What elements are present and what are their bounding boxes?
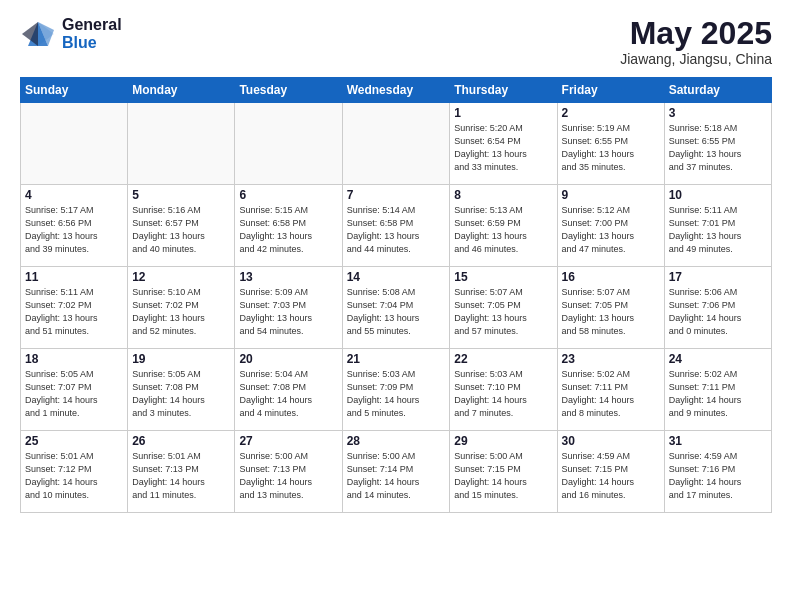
day-info: Sunrise: 5:07 AM Sunset: 7:05 PM Dayligh…: [562, 286, 660, 338]
day-number: 16: [562, 270, 660, 284]
calendar-cell: 23Sunrise: 5:02 AM Sunset: 7:11 PM Dayli…: [557, 349, 664, 431]
calendar-cell: 5Sunrise: 5:16 AM Sunset: 6:57 PM Daylig…: [128, 185, 235, 267]
calendar-cell: 22Sunrise: 5:03 AM Sunset: 7:10 PM Dayli…: [450, 349, 557, 431]
calendar-table: SundayMondayTuesdayWednesdayThursdayFrid…: [20, 77, 772, 513]
weekday-header-saturday: Saturday: [664, 78, 771, 103]
calendar-cell: 15Sunrise: 5:07 AM Sunset: 7:05 PM Dayli…: [450, 267, 557, 349]
calendar-cell: 8Sunrise: 5:13 AM Sunset: 6:59 PM Daylig…: [450, 185, 557, 267]
calendar-week-5: 25Sunrise: 5:01 AM Sunset: 7:12 PM Dayli…: [21, 431, 772, 513]
calendar-week-3: 11Sunrise: 5:11 AM Sunset: 7:02 PM Dayli…: [21, 267, 772, 349]
day-number: 25: [25, 434, 123, 448]
calendar-cell: [342, 103, 450, 185]
calendar-week-1: 1Sunrise: 5:20 AM Sunset: 6:54 PM Daylig…: [21, 103, 772, 185]
day-number: 20: [239, 352, 337, 366]
day-info: Sunrise: 5:11 AM Sunset: 7:02 PM Dayligh…: [25, 286, 123, 338]
weekday-header-sunday: Sunday: [21, 78, 128, 103]
day-info: Sunrise: 5:06 AM Sunset: 7:06 PM Dayligh…: [669, 286, 767, 338]
day-number: 14: [347, 270, 446, 284]
calendar-cell: [128, 103, 235, 185]
calendar-cell: 21Sunrise: 5:03 AM Sunset: 7:09 PM Dayli…: [342, 349, 450, 431]
day-info: Sunrise: 5:08 AM Sunset: 7:04 PM Dayligh…: [347, 286, 446, 338]
day-info: Sunrise: 5:00 AM Sunset: 7:13 PM Dayligh…: [239, 450, 337, 502]
calendar-week-4: 18Sunrise: 5:05 AM Sunset: 7:07 PM Dayli…: [21, 349, 772, 431]
day-info: Sunrise: 5:04 AM Sunset: 7:08 PM Dayligh…: [239, 368, 337, 420]
day-number: 7: [347, 188, 446, 202]
day-info: Sunrise: 5:13 AM Sunset: 6:59 PM Dayligh…: [454, 204, 552, 256]
day-number: 10: [669, 188, 767, 202]
day-number: 2: [562, 106, 660, 120]
calendar-cell: 3Sunrise: 5:18 AM Sunset: 6:55 PM Daylig…: [664, 103, 771, 185]
day-info: Sunrise: 5:02 AM Sunset: 7:11 PM Dayligh…: [562, 368, 660, 420]
day-info: Sunrise: 5:09 AM Sunset: 7:03 PM Dayligh…: [239, 286, 337, 338]
day-info: Sunrise: 5:11 AM Sunset: 7:01 PM Dayligh…: [669, 204, 767, 256]
calendar-cell: 7Sunrise: 5:14 AM Sunset: 6:58 PM Daylig…: [342, 185, 450, 267]
calendar-body: 1Sunrise: 5:20 AM Sunset: 6:54 PM Daylig…: [21, 103, 772, 513]
calendar-cell: 4Sunrise: 5:17 AM Sunset: 6:56 PM Daylig…: [21, 185, 128, 267]
weekday-header-row: SundayMondayTuesdayWednesdayThursdayFrid…: [21, 78, 772, 103]
day-info: Sunrise: 5:03 AM Sunset: 7:09 PM Dayligh…: [347, 368, 446, 420]
calendar-cell: 2Sunrise: 5:19 AM Sunset: 6:55 PM Daylig…: [557, 103, 664, 185]
day-info: Sunrise: 5:19 AM Sunset: 6:55 PM Dayligh…: [562, 122, 660, 174]
day-number: 31: [669, 434, 767, 448]
location: Jiawang, Jiangsu, China: [620, 51, 772, 67]
calendar-cell: 29Sunrise: 5:00 AM Sunset: 7:15 PM Dayli…: [450, 431, 557, 513]
day-number: 6: [239, 188, 337, 202]
calendar-cell: 26Sunrise: 5:01 AM Sunset: 7:13 PM Dayli…: [128, 431, 235, 513]
weekday-header-tuesday: Tuesday: [235, 78, 342, 103]
calendar-cell: 12Sunrise: 5:10 AM Sunset: 7:02 PM Dayli…: [128, 267, 235, 349]
day-number: 15: [454, 270, 552, 284]
day-number: 28: [347, 434, 446, 448]
logo-text: General Blue: [62, 16, 122, 51]
day-info: Sunrise: 5:01 AM Sunset: 7:12 PM Dayligh…: [25, 450, 123, 502]
day-number: 3: [669, 106, 767, 120]
weekday-header-thursday: Thursday: [450, 78, 557, 103]
day-number: 13: [239, 270, 337, 284]
day-number: 18: [25, 352, 123, 366]
calendar-cell: 9Sunrise: 5:12 AM Sunset: 7:00 PM Daylig…: [557, 185, 664, 267]
day-number: 22: [454, 352, 552, 366]
day-number: 24: [669, 352, 767, 366]
calendar-cell: 31Sunrise: 4:59 AM Sunset: 7:16 PM Dayli…: [664, 431, 771, 513]
day-info: Sunrise: 5:01 AM Sunset: 7:13 PM Dayligh…: [132, 450, 230, 502]
day-info: Sunrise: 5:10 AM Sunset: 7:02 PM Dayligh…: [132, 286, 230, 338]
header: General Blue May 2025 Jiawang, Jiangsu, …: [20, 16, 772, 67]
calendar-cell: [235, 103, 342, 185]
calendar-cell: 19Sunrise: 5:05 AM Sunset: 7:08 PM Dayli…: [128, 349, 235, 431]
logo-general: General: [62, 16, 122, 34]
calendar-cell: 17Sunrise: 5:06 AM Sunset: 7:06 PM Dayli…: [664, 267, 771, 349]
calendar-cell: 28Sunrise: 5:00 AM Sunset: 7:14 PM Dayli…: [342, 431, 450, 513]
day-info: Sunrise: 5:14 AM Sunset: 6:58 PM Dayligh…: [347, 204, 446, 256]
calendar-week-2: 4Sunrise: 5:17 AM Sunset: 6:56 PM Daylig…: [21, 185, 772, 267]
weekday-header-wednesday: Wednesday: [342, 78, 450, 103]
day-number: 9: [562, 188, 660, 202]
calendar-cell: 30Sunrise: 4:59 AM Sunset: 7:15 PM Dayli…: [557, 431, 664, 513]
day-number: 27: [239, 434, 337, 448]
day-number: 30: [562, 434, 660, 448]
day-info: Sunrise: 5:20 AM Sunset: 6:54 PM Dayligh…: [454, 122, 552, 174]
day-info: Sunrise: 5:12 AM Sunset: 7:00 PM Dayligh…: [562, 204, 660, 256]
day-info: Sunrise: 5:02 AM Sunset: 7:11 PM Dayligh…: [669, 368, 767, 420]
day-number: 11: [25, 270, 123, 284]
day-number: 12: [132, 270, 230, 284]
day-number: 4: [25, 188, 123, 202]
title-block: May 2025 Jiawang, Jiangsu, China: [620, 16, 772, 67]
calendar-header: SundayMondayTuesdayWednesdayThursdayFrid…: [21, 78, 772, 103]
weekday-header-monday: Monday: [128, 78, 235, 103]
calendar-cell: 24Sunrise: 5:02 AM Sunset: 7:11 PM Dayli…: [664, 349, 771, 431]
month-title: May 2025: [620, 16, 772, 51]
calendar-cell: 11Sunrise: 5:11 AM Sunset: 7:02 PM Dayli…: [21, 267, 128, 349]
day-number: 26: [132, 434, 230, 448]
day-info: Sunrise: 5:07 AM Sunset: 7:05 PM Dayligh…: [454, 286, 552, 338]
day-number: 29: [454, 434, 552, 448]
day-number: 23: [562, 352, 660, 366]
calendar-cell: [21, 103, 128, 185]
calendar-cell: 18Sunrise: 5:05 AM Sunset: 7:07 PM Dayli…: [21, 349, 128, 431]
calendar-container: General Blue May 2025 Jiawang, Jiangsu, …: [0, 0, 792, 612]
logo-blue: Blue: [62, 34, 122, 52]
day-info: Sunrise: 5:03 AM Sunset: 7:10 PM Dayligh…: [454, 368, 552, 420]
calendar-cell: 10Sunrise: 5:11 AM Sunset: 7:01 PM Dayli…: [664, 185, 771, 267]
day-info: Sunrise: 5:16 AM Sunset: 6:57 PM Dayligh…: [132, 204, 230, 256]
weekday-header-friday: Friday: [557, 78, 664, 103]
day-number: 1: [454, 106, 552, 120]
calendar-cell: 1Sunrise: 5:20 AM Sunset: 6:54 PM Daylig…: [450, 103, 557, 185]
